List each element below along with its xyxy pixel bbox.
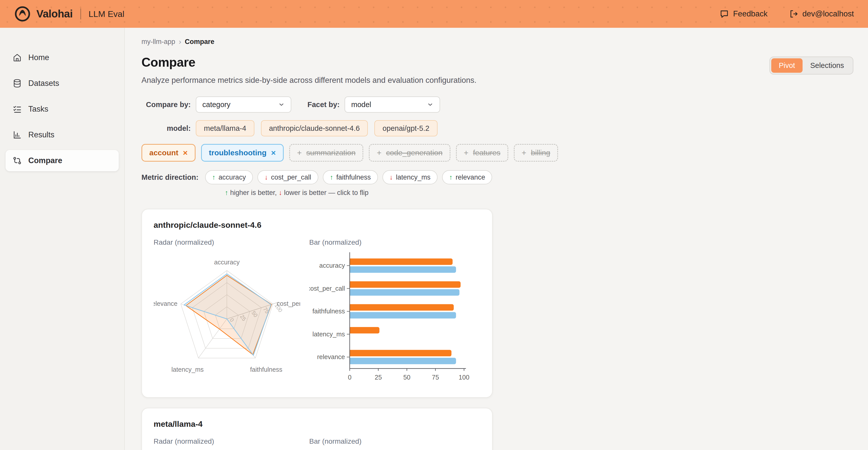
app-name: LLM Eval	[89, 9, 125, 19]
card-model-title: meta/llama-4	[154, 419, 480, 429]
svg-text:0: 0	[348, 374, 351, 381]
facet-cards-grid: anthropic/claude-sonnet-4.6 Radar (norma…	[142, 209, 854, 450]
feedback-bubble-icon	[719, 9, 729, 19]
sidebar-item-results[interactable]: Results	[5, 124, 119, 146]
facet-by-value: model	[351, 100, 371, 109]
add-category-icon: +	[522, 148, 526, 158]
svg-text:50: 50	[403, 374, 410, 381]
home-icon	[12, 53, 22, 62]
remove-category-icon[interactable]: ×	[183, 149, 188, 157]
add-category-icon: +	[297, 148, 302, 158]
metric-direction-row: Metric direction: ↑accuracy↓cost_per_cal…	[142, 170, 854, 184]
svg-text:cost_per_call: cost_per_call	[277, 300, 300, 307]
metric-direction-chip-latency_ms[interactable]: ↓latency_ms	[382, 170, 437, 184]
page-title: Compare	[142, 55, 476, 70]
pivot-tab[interactable]: Pivot	[771, 58, 803, 73]
main-content: my-llm-app › Compare Compare Analyze per…	[125, 28, 868, 450]
radar-chart: 0255075100accuracycost_per_callfaithfuln…	[154, 447, 300, 450]
sidebar-item-label: Compare	[28, 156, 62, 165]
selections-tab[interactable]: Selections	[803, 58, 851, 73]
metric-chip-label: relevance	[456, 173, 485, 181]
metric-chip-label: cost_per_call	[271, 173, 311, 181]
metric-direction-chip-cost_per_call[interactable]: ↓cost_per_call	[257, 170, 318, 184]
model-facet-card: meta/llama-4 Radar (normalized) 02550751…	[142, 408, 493, 450]
radar-section-label: Radar (normalized)	[154, 238, 300, 247]
facet-values-label: model:	[142, 124, 191, 133]
sidebar-item-label: Datasets	[28, 79, 59, 88]
radar-section-label: Radar (normalized)	[154, 438, 300, 446]
breadcrumb-current: Compare	[185, 38, 215, 46]
facet-by-select[interactable]: model	[345, 96, 440, 112]
bar-chart: accuracycost_per_callfaithfulnesslatency…	[309, 447, 476, 450]
breadcrumb-separator-icon: ›	[179, 37, 181, 46]
svg-text:relevance: relevance	[317, 353, 345, 360]
svg-text:relevance: relevance	[154, 300, 177, 307]
bar-section-label: Bar (normalized)	[309, 438, 476, 446]
view-toggle: Pivot Selections	[770, 57, 854, 74]
category-chip-code_generation[interactable]: +code_generation	[369, 144, 450, 162]
sidebar-item-label: Results	[28, 130, 54, 139]
breadcrumb: my-llm-app › Compare	[142, 37, 854, 46]
radar-chart: 0255075100accuracycost_per_callfaithfuln…	[154, 248, 300, 385]
sidebar-item-label: Home	[28, 53, 49, 62]
remove-category-icon[interactable]: ×	[271, 149, 276, 157]
model-chip[interactable]: openai/gpt-5.2	[374, 120, 437, 136]
facet-by-label: Facet by:	[307, 100, 340, 109]
model-chip[interactable]: meta/llama-4	[196, 120, 254, 136]
up-arrow-icon: ↑	[212, 173, 216, 181]
category-chip-label: billing	[531, 149, 550, 157]
category-chip-features[interactable]: +features	[456, 144, 508, 162]
category-chip-troubleshooting[interactable]: troubleshooting×	[201, 144, 284, 162]
app-header: Valohai LLM Eval Feedback dev@localhost	[0, 0, 868, 28]
add-category-icon: +	[377, 148, 381, 158]
sidebar-item-datasets[interactable]: Datasets	[5, 73, 119, 94]
sidebar: HomeDatasetsTasksResultsCompare	[0, 28, 125, 450]
metric-direction-chip-faithfulness[interactable]: ↑faithfulness	[323, 170, 378, 184]
chevron-down-icon	[278, 101, 285, 108]
metric-direction-label: Metric direction:	[142, 173, 198, 182]
brand: Valohai LLM Eval	[14, 5, 124, 22]
svg-text:100: 100	[459, 374, 469, 381]
svg-text:accuracy: accuracy	[319, 262, 345, 269]
category-chip-summarization[interactable]: +summarization	[289, 144, 364, 162]
category-chip-label: troubleshooting	[209, 149, 267, 157]
sidebar-item-home[interactable]: Home	[5, 47, 119, 68]
sidebar-item-compare[interactable]: Compare	[5, 150, 119, 171]
svg-text:cost_per_call: cost_per_call	[309, 285, 345, 292]
metric-direction-chip-relevance[interactable]: ↑relevance	[442, 170, 492, 184]
compare-by-label: Compare by:	[142, 100, 191, 109]
metric-chip-label: latency_ms	[396, 173, 431, 181]
up-arrow-icon: ↑	[225, 189, 228, 196]
valohai-logo-icon	[14, 5, 31, 22]
metric-chip-label: faithfulness	[336, 173, 371, 181]
compare-by-select[interactable]: category	[196, 96, 291, 112]
svg-text:accuracy: accuracy	[214, 259, 240, 266]
page-subtitle: Analyze performance metrics side-by-side…	[142, 76, 476, 85]
user-email: dev@localhost	[802, 9, 854, 19]
metric-direction-chip-accuracy[interactable]: ↑accuracy	[205, 170, 253, 184]
user-menu[interactable]: dev@localhost	[789, 9, 854, 19]
add-category-icon: +	[464, 148, 469, 158]
svg-text:latency_ms: latency_ms	[312, 330, 345, 338]
model-chip[interactable]: anthropic/claude-sonnet-4.6	[261, 120, 368, 136]
category-chips: account×troubleshooting×+summarization+c…	[142, 144, 854, 162]
sidebar-item-label: Tasks	[28, 104, 48, 114]
category-chip-billing[interactable]: +billing	[514, 144, 558, 162]
category-chip-account[interactable]: account×	[142, 144, 195, 162]
logout-icon	[789, 9, 798, 19]
svg-text:faithfulness: faithfulness	[312, 308, 345, 315]
breadcrumb-parent[interactable]: my-llm-app	[142, 38, 175, 46]
feedback-button[interactable]: Feedback	[719, 9, 768, 19]
metric-direction-hint: ↑ higher is better, ↓ lower is better — …	[225, 189, 854, 197]
compare-icon	[12, 156, 22, 165]
svg-text:faithfulness: faithfulness	[250, 366, 282, 373]
svg-text:latency_ms: latency_ms	[171, 366, 204, 373]
bar-section-label: Bar (normalized)	[309, 238, 476, 247]
metric-chip-label: accuracy	[218, 173, 246, 181]
category-chip-label: summarization	[306, 149, 355, 157]
feedback-label: Feedback	[733, 9, 768, 19]
up-arrow-icon: ↑	[449, 173, 453, 181]
down-arrow-icon: ↓	[390, 173, 393, 181]
bar-chart: accuracycost_per_callfaithfulnesslatency…	[309, 248, 476, 386]
sidebar-item-tasks[interactable]: Tasks	[5, 98, 119, 120]
